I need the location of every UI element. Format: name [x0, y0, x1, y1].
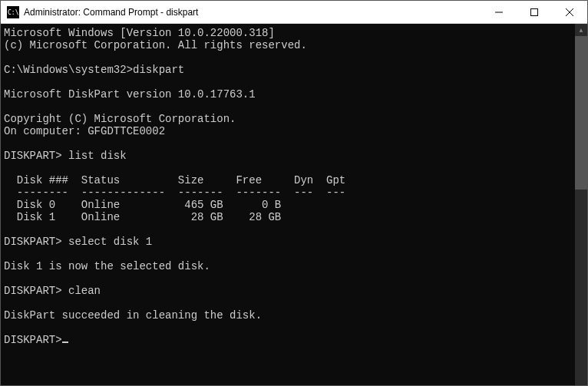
- scroll-thumb[interactable]: [575, 36, 587, 190]
- close-button[interactable]: [552, 1, 587, 23]
- command-prompt-window: C:\ Administrator: Command Prompt - disk…: [0, 0, 588, 386]
- content-area: Microsoft Windows [Version 10.0.22000.31…: [1, 24, 587, 385]
- maximize-button[interactable]: [517, 1, 552, 23]
- titlebar[interactable]: C:\ Administrator: Command Prompt - disk…: [1, 1, 587, 24]
- window-controls: [481, 1, 587, 23]
- vertical-scrollbar[interactable]: ▲: [575, 24, 587, 385]
- svg-rect-3: [531, 8, 538, 15]
- minimize-button[interactable]: [481, 1, 517, 23]
- window-title: Administrator: Command Prompt - diskpart: [24, 7, 481, 18]
- terminal-output[interactable]: Microsoft Windows [Version 10.0.22000.31…: [1, 24, 575, 385]
- svg-text:C:\: C:\: [8, 9, 19, 16]
- scroll-up-arrow[interactable]: ▲: [575, 24, 587, 36]
- cmd-icon: C:\: [7, 6, 19, 18]
